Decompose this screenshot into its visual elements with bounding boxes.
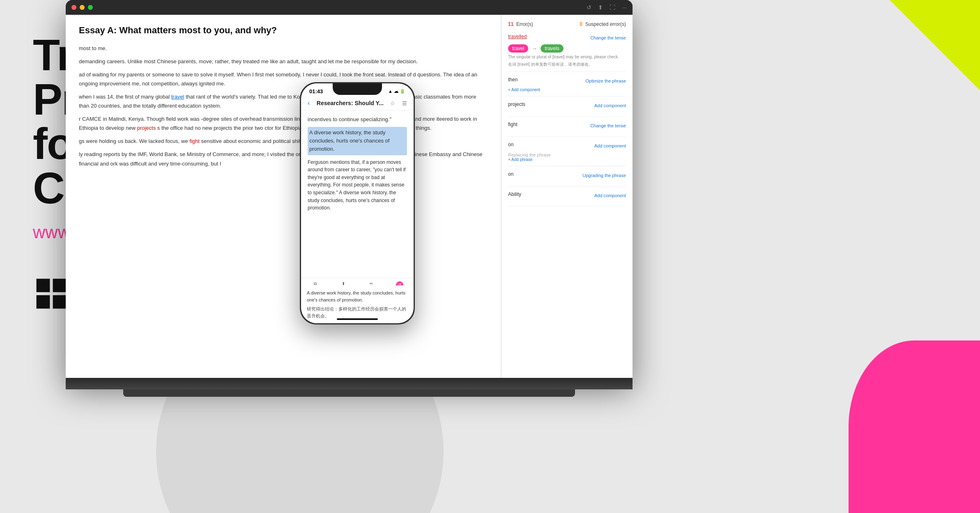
panel-item-on-upgrade: on Upgrading the phrase <box>508 171 626 186</box>
panel-item-ability: Ability Add component <box>508 191 626 207</box>
phone-body-text: Ferguson mentions that, if a person move… <box>308 159 407 212</box>
panel-item-then: then Optimize the phrase + Add component <box>508 77 626 97</box>
desktop-titlebar: ↺ ⬆ ⛶ ··· <box>66 0 633 15</box>
error-count-display: 11 Error(s) <box>508 21 533 27</box>
svg-rect-0 <box>37 279 50 292</box>
editor-main: Essay A: What matters most to you, and w… <box>66 15 501 378</box>
windows-icon <box>33 275 70 312</box>
action-add-ability[interactable]: Add component <box>594 193 626 198</box>
phone-icons: ▲ ☁ 🔋 <box>388 89 405 94</box>
laptop-base <box>123 389 575 397</box>
action-change-tense-fight[interactable]: Change the tense <box>590 123 626 128</box>
bg-pink-shape <box>849 340 980 513</box>
phone-time: 01:43 <box>309 88 323 94</box>
panel-item-travelled: travelled Change the tense travel → trav… <box>508 34 626 72</box>
phone-bookmark-icon[interactable]: ☆ <box>390 100 395 106</box>
panel-item-projects: projects Add component <box>508 101 626 117</box>
phone-mockup: 01:43 ▲ ☁ 🔋 ‹ Researchers: Should Y... ☆… <box>300 82 415 324</box>
action-optimize-then[interactable]: Optimize the phrase <box>586 78 626 83</box>
proofread-panel: 11 Error(s) 0 Suspected error(s) travell… <box>501 15 633 378</box>
panel-header: 11 Error(s) 0 Suspected error(s) <box>508 21 626 27</box>
titlebar-close[interactable] <box>71 5 76 10</box>
titlebar-minimize[interactable] <box>80 5 85 10</box>
word-travelled: travelled <box>508 34 527 39</box>
panel-item-fight: fight Change the tense <box>508 122 626 137</box>
essay-body: most to me. demanding careers. Unlike mo… <box>79 44 488 173</box>
action-add-on[interactable]: Add component <box>594 143 626 148</box>
phone-nav-title: Researchers: Should Y... <box>317 100 384 106</box>
phone-translation-cn: 研究得出结论：多样化的工作经历会损害一个人的晋升机会。 <box>307 306 408 319</box>
svg-rect-3 <box>53 295 67 309</box>
add-component-then[interactable]: + Add component <box>508 87 626 92</box>
phone-translation-box: A diverse work history, the study conclu… <box>301 285 414 323</box>
action-change-tense-travelled[interactable]: Change the tense <box>590 35 626 40</box>
essay-title: Essay A: What matters most to you, and w… <box>79 25 488 37</box>
travel-word: travel <box>171 94 184 100</box>
phone-screen: 01:43 ▲ ☁ 🔋 ‹ Researchers: Should Y... ☆… <box>301 83 414 323</box>
phone-notch <box>333 83 382 95</box>
add-phrase[interactable]: + Add phrase <box>508 157 626 162</box>
action-upgrade-on[interactable]: Upgrading the phrase <box>582 173 626 178</box>
more-icon[interactable]: ··· <box>622 4 627 11</box>
suspect-count-display: 0 Suspected error(s) <box>580 21 626 27</box>
panel-item-on: on Add component Replacing the phrase + … <box>508 142 626 166</box>
titlebar-icons: ↺ ⬆ ⛶ ··· <box>587 4 627 11</box>
arrow-icon: → <box>531 45 537 52</box>
projects-word: projects <box>137 125 156 131</box>
phone-back-icon[interactable]: ‹ <box>308 99 310 107</box>
svg-rect-2 <box>37 295 50 309</box>
svg-rect-1 <box>53 279 67 292</box>
share-icon[interactable]: ⬆ <box>598 4 603 11</box>
bg-yellow-triangle <box>890 0 980 90</box>
expand-icon[interactable]: ⛶ <box>610 4 615 11</box>
phone-home-indicator <box>337 318 378 320</box>
phone-translation-en: A diverse work history, the study conclu… <box>307 290 408 303</box>
phone-menu-icon[interactable]: ☰ <box>402 100 407 106</box>
laptop-stand <box>66 378 633 389</box>
phone-nav-bar: ‹ Researchers: Should Y... ☆ ☰ <box>301 96 414 110</box>
titlebar-maximize[interactable] <box>88 5 93 10</box>
replacing-phrase: Replacing the phrase <box>508 152 626 157</box>
word-travels[interactable]: travels <box>541 44 563 53</box>
fight-word: fight <box>189 138 200 144</box>
reload-icon[interactable]: ↺ <box>587 4 591 11</box>
phone-content: incentives to continue specializing." A … <box>301 110 414 217</box>
phone-highlighted-text: A diverse work history, the study conclu… <box>308 127 407 155</box>
word-travel[interactable]: travel <box>508 44 528 53</box>
action-add-projects[interactable]: Add component <box>594 103 626 108</box>
